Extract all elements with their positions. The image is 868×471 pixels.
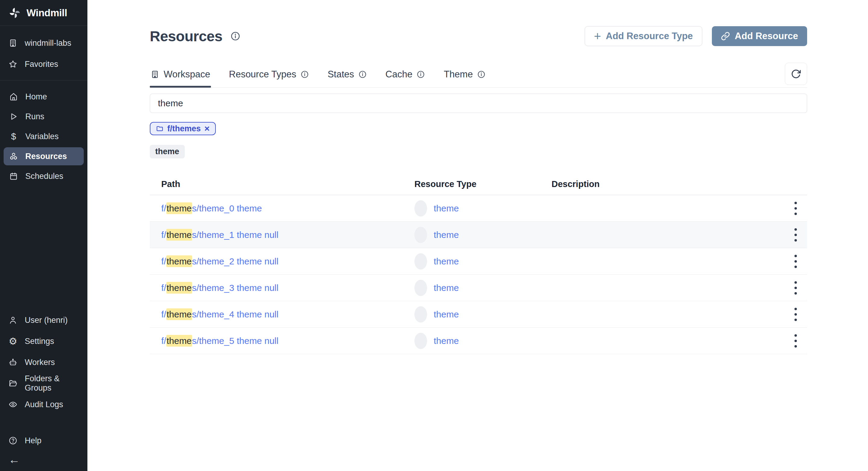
tab-resource-types[interactable]: Resource Types [228,61,310,87]
sidebar-item-workers[interactable]: Workers [0,352,87,373]
sidebar: Windmill windmill-labs [0,0,87,471]
sidebar-item-resources[interactable]: Resources [4,147,84,165]
kebab-menu-icon[interactable] [792,253,799,270]
sidebar-item-favorites[interactable]: Favorites [0,54,87,75]
sidebar-item-settings[interactable]: ⚙ Settings [0,331,87,352]
sidebar-item-label: Audit Logs [25,400,63,409]
resource-path-link[interactable]: f/themes/theme_3 theme null [161,282,278,294]
building-icon [150,70,159,79]
dollar-icon: $ [9,132,18,141]
table-header: Path Resource Type Description [150,173,807,195]
table-row[interactable]: f/themes/theme_5 theme null theme [150,328,807,354]
sidebar-item-label: Settings [25,337,54,346]
resource-type-link[interactable]: theme [434,230,459,240]
brand: Windmill [0,0,87,26]
sidebar-item-runs[interactable]: Runs [4,107,84,126]
brand-name: Windmill [27,7,67,19]
search-highlight: theme [166,335,192,347]
resource-path-link[interactable]: f/themes/theme_0 theme [161,202,262,214]
sidebar-item-workspace[interactable]: windmill-labs [0,33,87,54]
resource-type-link[interactable]: theme [434,336,459,346]
add-resource-button[interactable]: Add Resource [712,26,807,46]
sidebar-item-label: Folders & Groups [25,374,79,393]
tab-theme[interactable]: Theme [443,61,486,87]
sidebar-item-label: Variables [25,132,59,141]
kebab-menu-icon[interactable] [792,279,799,297]
tab-states[interactable]: States [327,61,367,87]
boxes-icon [9,152,18,161]
page-title: Resources [150,28,222,44]
sidebar-item-label: Schedules [25,172,63,181]
resource-path-link[interactable]: f/themes/theme_2 theme null [161,256,278,267]
help-icon [8,436,18,445]
close-icon[interactable]: × [204,124,210,133]
sidebar-bottom-group: User (henri) ⚙ Settings Workers [0,310,87,471]
info-icon [477,70,486,78]
sidebar-item-label: Resources [25,152,67,161]
sidebar-main-nav: Home Runs $ Variables Resources [0,80,87,187]
resource-path-link[interactable]: f/themes/theme_4 theme null [161,308,278,320]
tab-label: Workspace [164,69,210,80]
info-icon[interactable] [230,31,241,41]
plus-icon: + [594,30,601,42]
kebab-menu-icon[interactable] [792,305,799,324]
resource-type-avatar [414,227,427,243]
sidebar-item-user[interactable]: User (henri) [0,310,87,331]
table-row[interactable]: f/themes/theme_2 theme null theme [150,248,807,275]
kebab-menu-icon[interactable] [792,199,799,217]
resource-path-link[interactable]: f/themes/theme_5 theme null [161,335,278,347]
resource-type-link[interactable]: theme [434,283,459,293]
tab-cache[interactable]: Cache [385,61,426,87]
column-header-description: Description [552,179,772,189]
folder-filter-chip[interactable]: f/themes × [150,122,216,135]
column-header-path: Path [150,179,414,189]
kebab-menu-icon[interactable] [792,332,799,350]
main-content: Resources + Add Resource Type Add Re [87,0,868,471]
sidebar-item-variables[interactable]: $ Variables [4,127,84,145]
windmill-logo-icon [8,7,21,19]
sidebar-item-audit-logs[interactable]: Audit Logs [0,394,87,415]
search-highlight: theme [166,282,192,294]
eye-icon [8,400,18,409]
user-icon [8,315,18,325]
folder-icon [8,379,18,388]
star-icon [8,60,18,69]
link-icon [721,32,730,41]
chip-label: f/themes [167,124,201,133]
sidebar-item-label: Help [25,436,41,445]
tab-label: Resource Types [229,69,296,80]
refresh-button[interactable] [785,63,807,85]
gear-icon: ⚙ [8,337,18,346]
resource-type-link[interactable]: theme [434,309,459,319]
table-row[interactable]: f/themes/theme_1 theme null theme [150,222,807,248]
resource-type-link[interactable]: theme [434,203,459,213]
info-icon [301,70,309,78]
tab-workspace[interactable]: Workspace [150,61,211,87]
collapse-sidebar-arrow-icon[interactable]: ← [8,454,20,465]
kebab-menu-icon[interactable] [792,226,799,244]
search-input[interactable] [150,94,807,113]
resource-type-link[interactable]: theme [434,256,459,267]
sidebar-item-label: windmill-labs [25,38,71,48]
building-icon [8,38,18,47]
sidebar-item-label: Home [25,92,47,101]
tab-label: Cache [385,69,412,80]
table-row[interactable]: f/themes/theme_4 theme null theme [150,301,807,328]
resource-type-avatar [414,200,427,216]
tag-theme: theme [150,145,185,159]
search-highlight: theme [166,308,192,320]
sidebar-item-schedules[interactable]: Schedules [4,167,84,185]
refresh-icon [790,68,801,79]
resource-path-link[interactable]: f/themes/theme_1 theme null [161,229,278,241]
sidebar-item-help[interactable]: Help [0,430,87,451]
table-row[interactable]: f/themes/theme_0 theme theme [150,195,807,222]
calendar-icon [9,172,18,181]
sidebar-item-home[interactable]: Home [4,88,84,106]
resource-type-avatar [414,333,427,349]
sidebar-item-label: User (henri) [25,315,68,325]
add-resource-type-button[interactable]: + Add Resource Type [585,26,702,46]
table-row[interactable]: f/themes/theme_3 theme null theme [150,275,807,301]
search-highlight: theme [166,202,192,214]
info-icon [416,70,425,78]
sidebar-item-folders-groups[interactable]: Folders & Groups [0,373,87,394]
